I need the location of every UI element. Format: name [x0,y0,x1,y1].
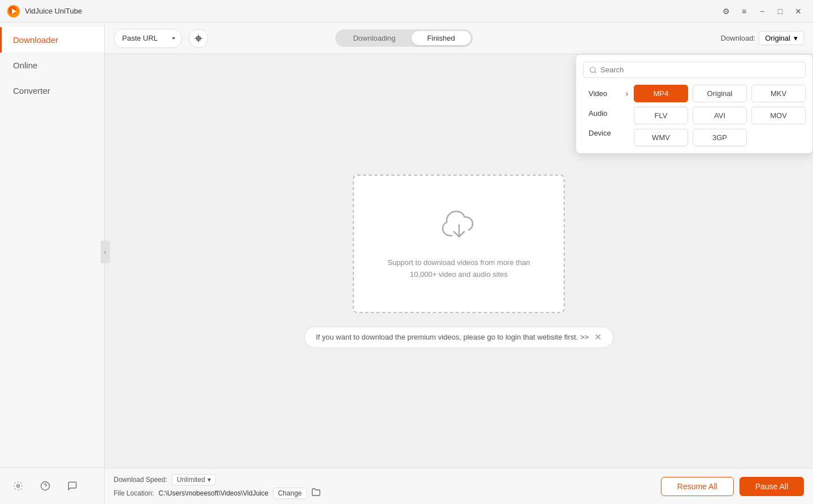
notice-bar: If you want to download the premium vide… [304,327,614,348]
location-label: File Location: [114,489,154,497]
format-wmv[interactable]: WMV [634,129,688,146]
format-avi[interactable]: AVI [693,107,747,124]
sidebar-item-downloader[interactable]: Downloader [0,27,104,53]
sidebar-item-label: Online [13,60,37,70]
category-audio[interactable]: Audio [583,105,634,122]
maximize-button[interactable]: □ [772,3,788,19]
download-label: Download: [721,34,755,42]
bottom-actions: Resume All Pause All [661,477,804,496]
format-original[interactable]: Original [693,85,747,102]
paste-url-button[interactable]: Paste URL [114,29,182,48]
app-branding: VidJuice UniTube [7,5,82,18]
resume-all-button[interactable]: Resume All [661,477,734,496]
pause-all-button[interactable]: Pause All [740,477,804,496]
paste-url-dropdown-btn[interactable] [166,29,181,47]
svg-point-8 [590,67,595,72]
settings-icon-btn[interactable] [9,477,27,495]
tab-downloading[interactable]: Downloading [337,31,411,45]
toolbar: Paste URL Downloading Finished [105,23,813,54]
window-controls: ⚙ ≡ − □ ✕ [718,3,806,19]
drop-zone-text: Support to download videos from more tha… [387,257,530,281]
download-cloud-icon [439,206,479,248]
sidebar-bottom [0,467,104,504]
help-icon-btn[interactable] [36,477,54,495]
sidebar-item-converter[interactable]: Converter [0,78,104,103]
app-logo [7,5,20,18]
format-categories: Video › Audio Device [583,85,634,146]
svg-point-6 [197,37,200,40]
minimize-button[interactable]: − [754,3,770,19]
paste-url-main-btn[interactable]: Paste URL [114,29,166,47]
drop-zone: Support to download videos from more tha… [353,175,565,313]
settings-button[interactable]: ⚙ [718,3,734,19]
content-area: Paste URL Downloading Finished [105,23,813,504]
search-icon [589,66,597,74]
sidebar-item-label: Converter [13,86,50,95]
speed-value: Unlimited [177,476,205,484]
speed-row: Download Speed: Unlimited ▾ [114,474,661,485]
format-mov[interactable]: MOV [751,107,806,124]
main-layout: Downloader Online Converter [0,23,813,504]
format-dropdown-menu: Video › Audio Device MP4 Original MKV FL… [576,54,813,154]
category-device[interactable]: Device [583,124,634,142]
download-value: Original [765,34,790,42]
format-options: MP4 Original MKV FLV AVI MOV WMV 3GP [634,85,806,146]
format-mkv[interactable]: MKV [751,85,806,102]
location-row: File Location: C:\Users\mobeesoft\Videos… [114,488,661,499]
speed-dropdown[interactable]: Unlimited ▾ [172,474,216,485]
bottom-bar: Download Speed: Unlimited ▾ File Locatio… [105,468,813,504]
tab-switch: Downloading Finished [335,29,472,47]
change-location-button[interactable]: Change [273,488,307,499]
search-input[interactable] [600,66,799,74]
app-title: VidJuice UniTube [25,7,82,15]
format-mp4[interactable]: MP4 [634,85,688,102]
download-selector: Download: Original ▾ [721,31,804,45]
open-folder-button[interactable] [312,488,321,499]
close-button[interactable]: ✕ [790,3,806,19]
notice-text: If you want to download the premium vide… [316,333,589,341]
dropdown-arrow-icon: ▾ [794,34,798,42]
menu-button[interactable]: ≡ [736,3,752,19]
speed-label: Download Speed: [114,476,167,484]
notice-close-button[interactable]: ✕ [594,333,602,342]
sidebar-item-online[interactable]: Online [0,53,104,78]
category-video[interactable]: Video › [583,85,634,102]
format-search [583,62,806,78]
sidebar: Downloader Online Converter [0,23,105,504]
file-location-value: C:\Users\mobeesoft\Videos\VidJuice [158,489,268,497]
title-bar: VidJuice UniTube ⚙ ≡ − □ ✕ [0,0,813,23]
format-flv[interactable]: FLV [634,107,688,124]
tab-finished[interactable]: Finished [412,31,471,45]
chat-icon-btn[interactable] [63,477,81,495]
format-3gp[interactable]: 3GP [693,129,747,146]
svg-point-3 [17,485,20,488]
dropdown-body: Video › Audio Device MP4 Original MKV FL… [583,85,806,146]
speed-dropdown-arrow: ▾ [207,476,211,484]
bottom-left: Download Speed: Unlimited ▾ File Locatio… [114,474,661,499]
record-button[interactable] [189,29,208,48]
collapse-sidebar-button[interactable]: ‹ [101,241,110,263]
collapse-icon: ‹ [104,249,106,255]
sidebar-item-label: Downloader [13,35,58,45]
download-dropdown[interactable]: Original ▾ [759,31,804,45]
